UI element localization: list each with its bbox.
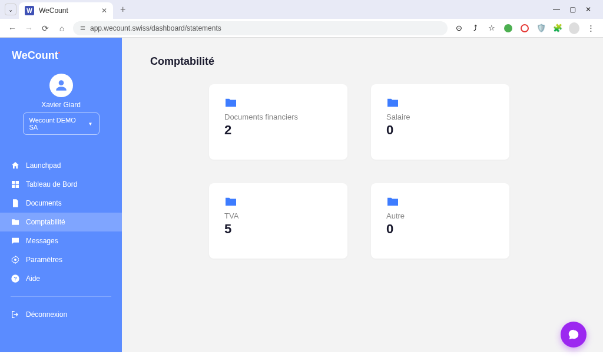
help-icon: ?: [11, 274, 20, 283]
url-text: app.wecount.swiss/dashboard/statements: [90, 24, 221, 32]
avatar-icon: [49, 74, 73, 97]
new-tab-button[interactable]: +: [115, 4, 130, 15]
extension-icon-3[interactable]: 🛡️: [536, 23, 546, 34]
card-count: 0: [386, 123, 494, 138]
chevron-down-icon: ▼: [88, 121, 93, 127]
logout-icon: [11, 310, 20, 319]
company-selector[interactable]: Wecount DEMO SA ▼: [23, 112, 100, 135]
nav-dashboard[interactable]: Tableau de Bord: [0, 175, 122, 194]
dashboard-icon: [11, 180, 20, 189]
gear-icon: [11, 255, 20, 264]
nav-accounting[interactable]: Comptabilité: [0, 213, 122, 231]
nav-launchpad[interactable]: Launchpad: [0, 156, 122, 175]
card-label: TVA: [224, 211, 332, 220]
password-icon[interactable]: ⊙: [453, 23, 464, 34]
browser-chrome: ⌄ W WeCount ✕ + — ▢ ✕ ← → ⟳ ⌂ ☰ app.weco…: [0, 0, 603, 38]
reload-button[interactable]: ⟳: [40, 23, 51, 34]
message-icon: [11, 236, 20, 246]
sidebar-nav: Launchpad Tableau de Bord Documents Comp…: [0, 156, 122, 324]
card-label: Salaire: [386, 112, 494, 121]
main-content: Comptabilité Documents financiers 2 Sala…: [122, 38, 603, 352]
chat-fab[interactable]: [561, 322, 587, 348]
sidebar: WeCount• Xavier Giard Wecount DEMO SA ▼ …: [0, 38, 122, 352]
folder-icon: [386, 97, 399, 108]
folder-icon: [224, 97, 237, 108]
card-count: 0: [386, 221, 494, 237]
tab-search-dropdown[interactable]: ⌄: [5, 4, 16, 15]
profile-section: Xavier Giard Wecount DEMO SA ▼: [0, 71, 122, 144]
svg-rect-2: [16, 181, 19, 184]
window-controls: — ▢ ✕: [553, 5, 598, 14]
nav-label: Messages: [26, 237, 58, 245]
card-label: Autre: [386, 211, 494, 220]
card-vat[interactable]: TVA 5: [209, 183, 347, 259]
forward-button[interactable]: →: [24, 23, 34, 34]
nav-documents[interactable]: Documents: [0, 194, 122, 213]
tab-close-icon[interactable]: ✕: [101, 6, 107, 15]
home-icon: [11, 161, 20, 170]
nav-label: Aide: [26, 274, 40, 283]
maximize-icon[interactable]: ▢: [569, 5, 576, 14]
folder-icon: [224, 196, 237, 207]
svg-rect-1: [12, 181, 15, 184]
nav-label: Documents: [26, 199, 62, 207]
share-icon[interactable]: ⤴: [470, 23, 481, 34]
extension-icon-2[interactable]: [519, 23, 530, 34]
chat-icon: [567, 328, 580, 341]
app-container: WeCount• Xavier Giard Wecount DEMO SA ▼ …: [0, 38, 603, 352]
svg-point-0: [58, 80, 64, 85]
page-title: Comptabilité: [150, 55, 575, 68]
svg-text:?: ?: [14, 276, 17, 282]
back-button[interactable]: ←: [7, 23, 18, 34]
profile-avatar-icon[interactable]: [569, 23, 579, 34]
card-count: 2: [224, 123, 332, 138]
nav-label: Comptabilité: [26, 218, 65, 226]
tab-bar: ⌄ W WeCount ✕ + — ▢ ✕: [0, 0, 603, 19]
card-count: 5: [224, 221, 332, 237]
svg-rect-4: [16, 185, 19, 188]
nav-label: Tableau de Bord: [26, 180, 77, 188]
close-window-icon[interactable]: ✕: [585, 5, 591, 14]
card-label: Documents financiers: [224, 112, 332, 121]
nav-help[interactable]: ? Aide: [0, 269, 122, 288]
svg-point-5: [14, 259, 16, 261]
svg-rect-3: [12, 185, 15, 188]
profile-name: Xavier Giard: [41, 101, 81, 109]
card-salary[interactable]: Salaire 0: [371, 84, 509, 160]
url-input[interactable]: ☰ app.wecount.swiss/dashboard/statements: [73, 21, 448, 35]
nav-divider: [11, 296, 111, 297]
bookmark-icon[interactable]: ☆: [486, 23, 497, 34]
company-name: Wecount DEMO SA: [29, 117, 81, 131]
card-financial-documents[interactable]: Documents financiers 2: [209, 84, 347, 160]
browser-menu-icon[interactable]: ⋮: [585, 23, 596, 34]
tab-favicon: W: [25, 6, 34, 15]
toolbar-icons: ⊙ ⤴ ☆ 🛡️ 🧩 ⋮: [453, 23, 596, 34]
nav-messages[interactable]: Messages: [0, 231, 122, 250]
nav-logout[interactable]: Déconnexion: [0, 305, 122, 324]
address-bar: ← → ⟳ ⌂ ☰ app.wecount.swiss/dashboard/st…: [0, 19, 603, 37]
nav-settings[interactable]: Paramètres: [0, 250, 122, 269]
folder-icon: [386, 196, 399, 207]
folder-icon: [11, 217, 20, 227]
home-button[interactable]: ⌂: [57, 23, 67, 34]
card-grid: Documents financiers 2 Salaire 0 TVA 5 A…: [209, 84, 575, 259]
extensions-menu-icon[interactable]: 🧩: [552, 23, 563, 34]
browser-tab[interactable]: W WeCount ✕: [19, 2, 113, 19]
extension-icon-1[interactable]: [503, 23, 513, 34]
minimize-icon[interactable]: —: [553, 5, 560, 14]
nav-label: Déconnexion: [26, 310, 67, 319]
document-icon: [11, 198, 20, 208]
nav-label: Paramètres: [26, 256, 62, 264]
site-info-icon[interactable]: ☰: [80, 25, 85, 31]
tab-title: WeCount: [39, 6, 97, 15]
card-other[interactable]: Autre 0: [371, 183, 509, 259]
app-logo: WeCount•: [0, 45, 122, 71]
nav-label: Launchpad: [26, 161, 61, 170]
